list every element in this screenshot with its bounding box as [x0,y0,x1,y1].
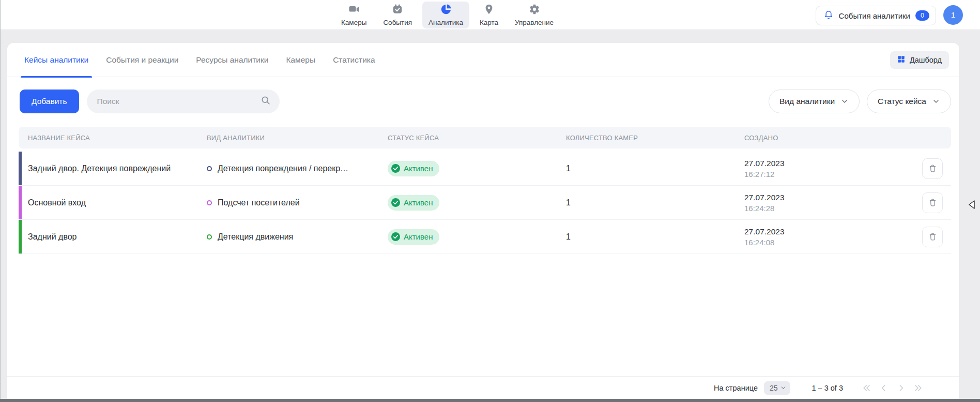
table-row[interactable]: Основной вход Подсчет посетителей Активе… [19,186,951,220]
window-left-edge [0,0,1,402]
status-badge: Активен [388,195,439,211]
delete-case-button[interactable] [922,227,943,247]
nav-label: Аналитика [428,19,463,26]
per-page-value: 25 [770,384,778,392]
created-cell: 27.07.2023 16:24:28 [744,193,922,213]
nav-item-map[interactable]: Карта [473,2,504,28]
bell-icon [823,10,834,22]
created-time: 16:24:28 [744,204,922,213]
trash-icon [928,163,938,173]
delete-case-button[interactable] [922,158,943,179]
tab-analytics-resources[interactable]: Ресурсы аналитики [196,43,268,77]
nav-item-events[interactable]: События [377,2,418,28]
camera-count: 1 [566,232,744,242]
created-time: 16:27:12 [744,170,922,178]
chevron-right-icon [896,383,906,393]
top-bar: Камеры События Аналитика Карта Управлени… [0,0,980,30]
last-page-button[interactable] [913,383,923,393]
content-card: Кейсы аналитики События и реакции Ресурс… [7,43,959,399]
chevron-left-icon [879,383,889,393]
column-header-type: ВИД АНАЛИТИКИ [207,134,388,142]
case-name: Задний двор [28,232,207,242]
analytics-events-label: События аналитики [839,11,910,20]
search-input[interactable] [97,97,261,106]
search-field[interactable] [87,90,280,113]
tab-analytics-cases[interactable]: Кейсы аналитики [24,43,88,77]
created-date: 27.07.2023 [744,227,922,236]
case-name: Задний двор. Детекция повреждений [28,164,207,173]
type-ring-icon [207,200,212,205]
case-status-cell: Активен [388,195,566,211]
type-label: Детекция движения [218,232,293,242]
nav-label: Камеры [341,19,366,26]
column-header-cameras: КОЛИЧЕСТВО КАМЕР [566,134,744,142]
previous-page-button[interactable] [879,383,889,393]
table-row[interactable]: Задний двор. Детекция повреждений Детекц… [19,152,951,186]
table-row[interactable]: Задний двор Детекция движения Активен 1 … [19,220,951,254]
search-icon [261,95,271,108]
filter-analytics-type[interactable]: Вид аналитики [769,90,860,113]
toolbar: Добавить Вид аналитики Статус кейса [20,90,951,113]
user-avatar[interactable]: 1 [943,5,963,25]
check-circle-icon [391,198,400,207]
pie-chart-icon [440,4,452,17]
per-page-select[interactable]: 25 [764,381,790,395]
chevron-down-icon [840,97,849,106]
type-ring-icon [207,166,212,171]
created-date: 27.07.2023 [744,159,922,168]
next-page-button[interactable] [896,383,906,393]
add-button[interactable]: Добавить [20,90,79,113]
case-type: Подсчет посетителей [207,198,388,207]
case-name: Основной вход [28,198,207,207]
analytics-events-button[interactable]: События аналитики 0 [816,6,936,25]
case-status-cell: Активен [388,229,566,245]
check-circle-icon [391,164,400,173]
created-cell: 27.07.2023 16:27:12 [744,159,922,178]
gear-icon [529,4,540,17]
chevron-down-icon [780,384,787,391]
created-date: 27.07.2023 [744,193,922,202]
mouse-cursor [968,200,976,211]
status-badge: Активен [388,161,439,176]
notifications-count-badge: 0 [915,10,929,21]
nav-item-analytics[interactable]: Аналитика [422,2,469,28]
created-time: 16:24:08 [744,238,922,247]
dashboard-grid-icon [897,55,905,65]
status-label: Активен [404,164,433,173]
status-label: Активен [404,232,433,241]
row-accent-bar [19,186,22,219]
tab-statistics[interactable]: Статистика [333,43,375,77]
per-page-label: На странице [714,384,758,392]
status-badge: Активен [388,229,439,245]
table-header: НАЗВАНИЕ КЕЙСА ВИД АНАЛИТИКИ СТАТУС КЕЙС… [19,127,951,148]
video-camera-icon [348,4,360,17]
row-accent-bar [19,152,22,185]
dashboard-button[interactable]: Дашборд [890,51,949,69]
type-ring-icon [207,234,212,240]
trash-icon [928,198,938,207]
tabs-bar: Кейсы аналитики События и реакции Ресурс… [7,43,959,77]
filter-label: Статус кейса [878,97,926,106]
camera-count: 1 [566,164,744,173]
type-label: Детекция повреждения / перекр… [218,164,348,173]
camera-count: 1 [566,198,744,207]
tab-events-reactions[interactable]: События и реакции [106,43,178,77]
row-accent-bar [19,220,22,254]
trash-icon [928,232,938,242]
filter-label: Вид аналитики [779,97,835,106]
nav-item-management[interactable]: Управление [509,2,560,28]
tab-cameras[interactable]: Камеры [286,43,315,77]
nav-label: События [383,19,412,26]
filter-case-status[interactable]: Статус кейса [867,90,951,113]
first-page-button[interactable] [862,383,872,393]
main-nav: Камеры События Аналитика Карта Управлени… [335,0,560,30]
delete-case-button[interactable] [922,192,943,213]
check-circle-icon [391,232,400,241]
nav-item-cameras[interactable]: Камеры [335,2,373,28]
cases-table: НАЗВАНИЕ КЕЙСА ВИД АНАЛИТИКИ СТАТУС КЕЙС… [19,127,951,254]
table-footer: На странице 25 1 – 3 of 3 [7,376,959,399]
double-chevron-left-icon [862,383,872,393]
double-chevron-right-icon [913,383,923,393]
nav-label: Управление [515,19,554,26]
filters: Вид аналитики Статус кейса [769,90,951,113]
